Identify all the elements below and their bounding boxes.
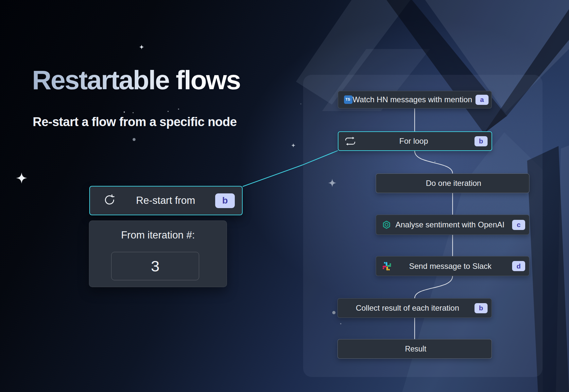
page-background: Restartable flows Re-start a flow from a… bbox=[0, 0, 569, 392]
flow-node-watch-hn[interactable]: TS Watch HN messages with mention a bbox=[338, 91, 492, 108]
slack-icon bbox=[382, 261, 392, 271]
page-title: Restartable flows bbox=[32, 65, 240, 95]
flow-node-collect-result[interactable]: Collect result of each iteration b bbox=[337, 298, 492, 318]
node-badge: b bbox=[474, 303, 488, 313]
restart-from-node[interactable]: Re-start from b bbox=[89, 186, 243, 215]
iteration-input[interactable]: 3 bbox=[111, 252, 199, 280]
node-badge: b bbox=[474, 136, 488, 146]
flow-node-for-loop[interactable]: For loop b bbox=[338, 131, 492, 151]
node-label: Result bbox=[344, 345, 488, 353]
node-label: Collect result of each iteration bbox=[344, 303, 471, 313]
openai-icon bbox=[382, 220, 391, 229]
typescript-icon: TS bbox=[344, 95, 353, 104]
node-label: Send message to Slack bbox=[392, 262, 509, 271]
node-label: For loop bbox=[356, 137, 471, 146]
node-label: Analyse sentiment with OpenAI bbox=[391, 220, 509, 229]
iteration-panel: From iteration #: 3 bbox=[89, 220, 227, 287]
flow-node-send-slack[interactable]: Send message to Slack d bbox=[376, 256, 529, 276]
iteration-value: 3 bbox=[151, 257, 159, 275]
node-label: Watch HN messages with mention bbox=[353, 95, 472, 104]
flow-node-do-one-iteration[interactable]: Do one iteration bbox=[376, 173, 529, 193]
node-badge: c bbox=[512, 220, 525, 230]
node-label: Do one iteration bbox=[382, 179, 525, 188]
refresh-icon bbox=[103, 193, 116, 208]
iteration-label: From iteration #: bbox=[89, 229, 227, 241]
loop-icon bbox=[344, 137, 356, 146]
restart-from-label: Re-start from bbox=[116, 195, 215, 206]
node-badge: d bbox=[512, 261, 525, 271]
restart-from-badge: b bbox=[215, 193, 235, 208]
flow-node-result[interactable]: Result bbox=[337, 339, 492, 359]
node-badge: a bbox=[475, 95, 489, 105]
flow-node-analyse-sentiment[interactable]: Analyse sentiment with OpenAI c bbox=[376, 215, 529, 235]
page-subtitle: Re-start a flow from a specific node bbox=[33, 115, 237, 129]
